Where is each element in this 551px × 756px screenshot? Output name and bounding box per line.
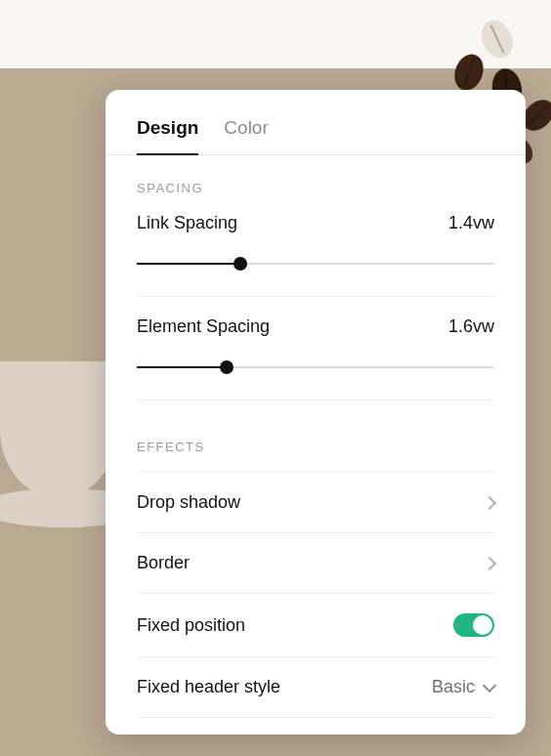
panel-tabs: Design Color	[106, 90, 526, 155]
fixed-position-row: Fixed position	[137, 594, 494, 657]
element-spacing-control: Element Spacing 1.6vw	[137, 316, 494, 400]
link-spacing-label: Link Spacing	[137, 213, 237, 233]
tab-color[interactable]: Color	[224, 117, 268, 154]
border-row[interactable]: Border	[137, 533, 494, 594]
chevron-right-icon	[483, 495, 496, 509]
panel-body: SPACING Link Spacing 1.4vw Element Spaci…	[106, 155, 526, 735]
border-label: Border	[137, 553, 190, 573]
chevron-down-icon	[483, 678, 496, 692]
element-spacing-slider[interactable]	[137, 360, 494, 374]
drop-shadow-label: Drop shadow	[137, 492, 240, 513]
fixed-position-label: Fixed position	[137, 615, 245, 636]
fixed-position-toggle[interactable]	[453, 613, 494, 637]
link-spacing-slider[interactable]	[137, 257, 494, 271]
tab-design[interactable]: Design	[137, 117, 198, 154]
element-spacing-label: Element Spacing	[137, 316, 270, 337]
element-spacing-value: 1.6vw	[448, 316, 494, 337]
slider-thumb[interactable]	[220, 360, 233, 374]
section-label-effects: EFFECTS	[137, 440, 494, 454]
drop-shadow-row[interactable]: Drop shadow	[137, 472, 494, 533]
fixed-header-style-value: Basic	[432, 677, 475, 697]
toggle-knob	[473, 615, 492, 635]
chevron-right-icon	[483, 556, 496, 569]
design-panel: Design Color SPACING Link Spacing 1.4vw …	[106, 90, 526, 735]
fixed-header-style-row[interactable]: Fixed header style Basic	[137, 657, 494, 718]
section-label-spacing: SPACING	[137, 181, 494, 195]
link-spacing-value: 1.4vw	[448, 213, 494, 233]
fixed-header-hint: The header may move while editing the pa…	[137, 718, 494, 735]
slider-thumb[interactable]	[233, 257, 247, 271]
link-spacing-control: Link Spacing 1.4vw	[137, 213, 494, 297]
fixed-header-style-label: Fixed header style	[137, 677, 280, 697]
fixed-header-style-select[interactable]: Basic	[432, 677, 494, 697]
